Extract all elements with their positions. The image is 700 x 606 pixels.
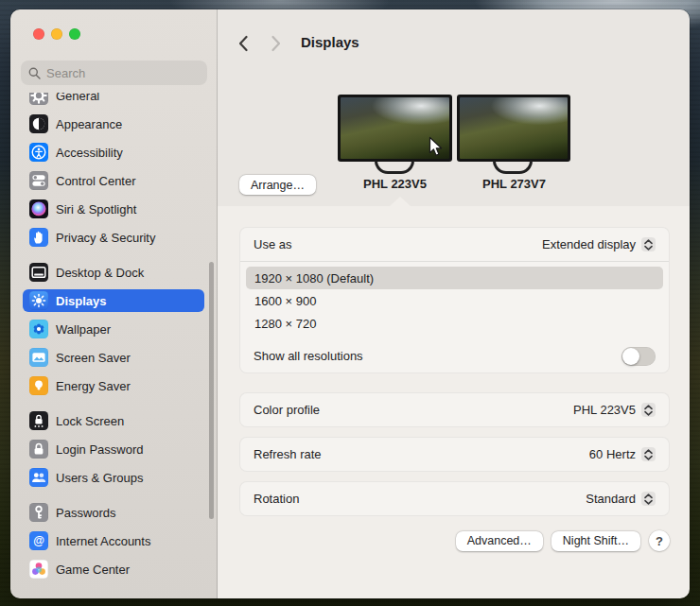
forward-button[interactable] <box>271 35 282 52</box>
privacy-hand-icon <box>29 228 48 247</box>
sidebar-list: General Appearance Accessibility Control… <box>10 93 217 598</box>
login-password-icon <box>29 440 48 459</box>
traffic-lights <box>33 28 80 40</box>
sidebar-item-passwords[interactable]: Passwords <box>23 501 204 524</box>
resolution-option-1600[interactable]: 1600 × 900 <box>246 289 663 312</box>
sidebar-item-energy-saver[interactable]: Energy Saver <box>23 374 204 397</box>
rotation-popup[interactable]: Standard <box>586 492 656 506</box>
sidebar-item-label: Siri & Spotlight <box>56 202 136 216</box>
refresh-rate-label: Refresh rate <box>254 447 322 461</box>
screen-saver-icon <box>29 348 48 367</box>
help-button[interactable]: ? <box>649 530 670 551</box>
sidebar-item-displays[interactable]: Displays <box>23 289 204 312</box>
chevron-up-down-icon <box>641 403 656 417</box>
rotation-label: Rotation <box>254 492 299 506</box>
passwords-key-icon <box>29 503 48 522</box>
monitor-wallpaper <box>460 97 568 159</box>
color-profile-label: Color profile <box>254 403 320 417</box>
chevron-up-down-icon <box>641 237 656 251</box>
svg-text:@: @ <box>33 534 44 547</box>
color-profile-value: PHL 223V5 <box>573 403 636 417</box>
refresh-rate-popup[interactable]: 60 Hertz <box>589 447 656 461</box>
search-icon <box>28 67 41 79</box>
gear-icon <box>29 93 48 105</box>
back-button[interactable] <box>237 35 249 52</box>
sidebar-item-lock-screen[interactable]: Lock Screen <box>23 409 204 432</box>
use-as-popup[interactable]: Extended display <box>542 237 656 251</box>
sidebar-item-game-center[interactable]: Game Center <box>23 558 204 580</box>
sidebar-item-label: Accessibility <box>56 146 123 160</box>
sidebar-item-siri-spotlight[interactable]: Siri & Spotlight <box>23 198 204 220</box>
sidebar-item-label: Wallpaper <box>56 322 111 337</box>
color-profile-popup[interactable]: PHL 223V5 <box>573 403 656 417</box>
desktop-dock-icon <box>29 263 48 282</box>
toggle-knob <box>622 348 639 365</box>
monitor-stand <box>493 161 533 174</box>
sidebar-item-label: Internet Accounts <box>56 534 150 548</box>
sidebar-scrollbar[interactable] <box>209 262 214 519</box>
night-shift-button[interactable]: Night Shift… <box>551 531 640 551</box>
advanced-button[interactable]: Advanced… <box>456 531 543 551</box>
sidebar: Search General Appearance Accessibility <box>10 9 218 598</box>
accessibility-icon <box>29 143 48 162</box>
monitor-thumbnail-2[interactable] <box>457 95 570 162</box>
sidebar-item-login-password[interactable]: Login Password <box>23 438 204 460</box>
sidebar-item-privacy-security[interactable]: Privacy & Security <box>23 226 204 249</box>
sidebar-item-label: Login Password <box>56 442 144 457</box>
search-input[interactable]: Search <box>21 61 207 85</box>
sidebar-item-wallpaper[interactable]: Wallpaper <box>23 318 204 340</box>
zoom-button[interactable] <box>69 28 80 40</box>
refresh-rate-value: 60 Hertz <box>589 447 636 461</box>
system-settings-window: Search General Appearance Accessibility <box>10 9 690 598</box>
sidebar-item-appearance[interactable]: Appearance <box>23 113 204 135</box>
color-profile-panel: Color profile PHL 223V5 <box>239 392 670 427</box>
sidebar-item-label: Game Center <box>56 563 130 577</box>
chevron-up-down-icon <box>641 492 656 506</box>
use-as-panel: Use as Extended display 1920 × 1080 (Def… <box>239 227 670 373</box>
displays-settings-zone: Use as Extended display 1920 × 1080 (Def… <box>218 206 690 598</box>
monitor-stand <box>375 161 414 174</box>
resolution-option-1920[interactable]: 1920 × 1080 (Default) <box>246 267 663 289</box>
users-groups-icon <box>29 468 48 487</box>
refresh-rate-panel: Refresh rate 60 Hertz <box>239 437 670 472</box>
wallpaper-icon <box>29 320 48 338</box>
sidebar-item-label: Appearance <box>56 117 122 131</box>
monitor-name-2: PHL 273V7 <box>457 177 571 191</box>
footer-buttons: Advanced… Night Shift… ? <box>456 530 670 551</box>
rotation-value: Standard <box>586 492 636 506</box>
sidebar-item-label: Lock Screen <box>56 414 124 428</box>
control-center-icon <box>29 171 48 190</box>
sidebar-item-label: Screen Saver <box>56 351 131 365</box>
internet-accounts-icon: @ <box>29 531 48 550</box>
use-as-label: Use as <box>254 237 291 251</box>
sidebar-item-label: Energy Saver <box>56 379 131 393</box>
sidebar-item-control-center[interactable]: Control Center <box>23 169 204 192</box>
sidebar-item-label: Users & Groups <box>56 471 143 485</box>
rotation-panel: Rotation Standard <box>239 481 670 516</box>
content-pane: Displays Arrange… PHL 223V5 PHL 273V7 Us… <box>218 9 690 598</box>
sidebar-item-screen-saver[interactable]: Screen Saver <box>23 346 204 369</box>
sidebar-item-accessibility[interactable]: Accessibility <box>23 141 204 164</box>
search-placeholder: Search <box>46 66 85 80</box>
monitor-name-1: PHL 223V5 <box>338 177 452 191</box>
use-as-value: Extended display <box>542 237 636 251</box>
sidebar-item-users-groups[interactable]: Users & Groups <box>23 466 204 489</box>
page-title: Displays <box>301 34 359 50</box>
sidebar-item-internet-accounts[interactable]: @ Internet Accounts <box>23 529 204 552</box>
arrange-button[interactable]: Arrange… <box>239 175 316 195</box>
sidebar-item-desktop-dock[interactable]: Desktop & Dock <box>23 261 204 284</box>
show-all-resolutions-toggle[interactable] <box>621 347 656 366</box>
minimize-button[interactable] <box>51 28 62 40</box>
mouse-cursor <box>426 136 445 163</box>
displays-sun-icon <box>29 291 48 310</box>
siri-icon <box>29 199 48 218</box>
game-center-icon <box>29 560 48 579</box>
chevron-up-down-icon <box>641 447 656 461</box>
sidebar-item-general[interactable]: General <box>23 93 204 107</box>
sidebar-item-label: Desktop & Dock <box>56 266 144 280</box>
lock-screen-icon <box>29 411 48 430</box>
resolution-option-1280[interactable]: 1280 × 720 <box>246 312 663 335</box>
close-button[interactable] <box>33 28 44 40</box>
sidebar-item-label: Displays <box>56 294 106 308</box>
sidebar-item-label: Privacy & Security <box>56 231 155 245</box>
